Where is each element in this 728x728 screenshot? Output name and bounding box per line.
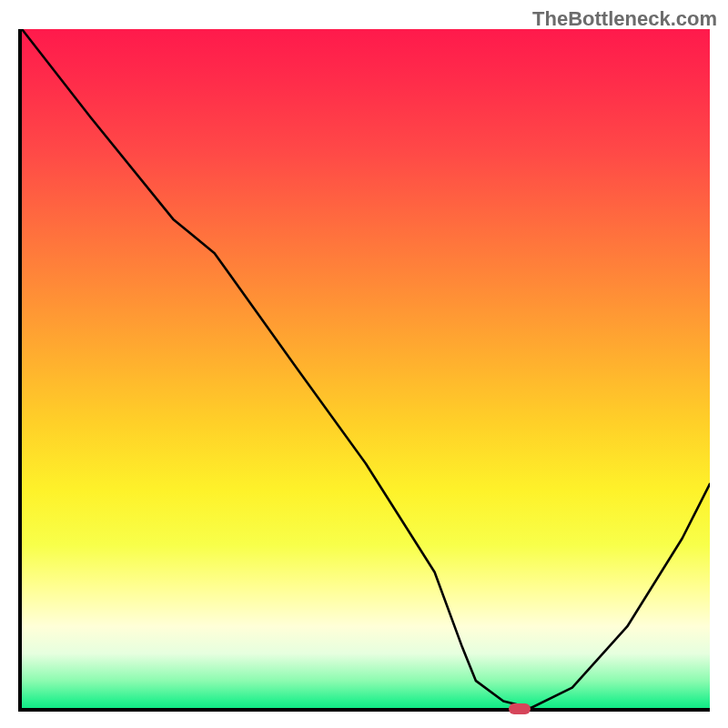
plot-area bbox=[18, 29, 710, 712]
watermark-text: TheBottleneck.com bbox=[532, 7, 717, 31]
chart-container: TheBottleneck.com bbox=[0, 0, 728, 728]
curve-path bbox=[22, 29, 710, 708]
bottleneck-curve bbox=[22, 29, 710, 708]
optimal-point-marker bbox=[509, 703, 531, 714]
